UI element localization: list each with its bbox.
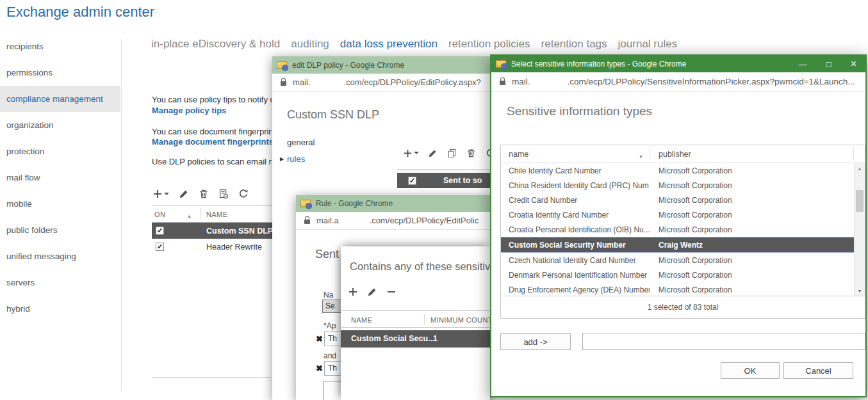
selected-types-input[interactable] (582, 333, 865, 350)
window-title: Rule - Google Chrome (316, 199, 393, 208)
nav-item-general[interactable]: general (287, 138, 315, 147)
close-button[interactable]: × (851, 58, 856, 70)
column-name[interactable]: NAME (206, 211, 227, 218)
tab-in-place-ediscovery-hold[interactable]: in-place eDiscovery & hold (151, 38, 280, 51)
table-header: ON NAME (152, 205, 272, 223)
nav-item-rules[interactable]: rules (287, 154, 305, 164)
scrollbar-thumb[interactable] (856, 190, 864, 212)
list-item[interactable]: China Resident Identity Card (PRC) Num..… (501, 178, 865, 193)
type-name: Custom Social Security Number (501, 241, 650, 250)
url-bar[interactable]: mail. .com/ecp/DLPPolicy/EditPolicy.aspx… (272, 74, 490, 92)
selected-sensitive-type-row[interactable]: Custom Social Secu... 1 (341, 330, 490, 348)
url-prefix: mail. (512, 77, 530, 86)
refresh-icon[interactable] (238, 188, 249, 200)
dlp-intro-text: Use DLP policies to scan email mess (152, 157, 272, 166)
sort-asc-icon (639, 150, 643, 159)
minimize-button[interactable]: — (799, 60, 807, 69)
scroll-down-icon[interactable] (855, 286, 865, 295)
window-titlebar[interactable]: Rule - Google Chrome (296, 195, 490, 212)
list-item[interactable]: Chile Identity Card Number Microsoft Cor… (501, 163, 865, 178)
edit-pencil-icon[interactable] (366, 286, 378, 298)
tab-data-loss-prevention[interactable]: data loss prevention (340, 38, 438, 51)
cancel-button[interactable]: Cancel (783, 362, 853, 379)
checkbox-checked[interactable] (408, 177, 416, 185)
sidebar-item-compliance-management[interactable]: compliance management (0, 86, 120, 112)
column-name[interactable]: name (509, 150, 528, 159)
add-icon[interactable] (152, 188, 170, 200)
list-item[interactable]: Drug Enforcement Agency (DEA) Number Mic… (501, 282, 865, 296)
scroll-up-icon[interactable] (855, 164, 865, 173)
sidebar-item-organization[interactable]: organization (0, 112, 120, 138)
list-item[interactable]: Credit Card Number Microsoft Corporation (501, 193, 865, 207)
tab-retention-tags[interactable]: retention tags (541, 38, 607, 51)
maximize-button[interactable]: □ (826, 60, 831, 69)
scrollbar[interactable] (854, 163, 865, 296)
url-suffix: .com/ecp/DLPPolicy/EditPolic (370, 216, 479, 225)
sidebar-item-servers[interactable]: servers (0, 269, 120, 296)
type-publisher: Microsoft Corporation (650, 256, 732, 265)
list-item[interactable]: Croatia Identity Card Number Microsoft C… (501, 207, 865, 222)
fingerprints-text: You can use document fingerprints (152, 127, 272, 136)
sidebar-item-hybrid[interactable]: hybrid (0, 296, 120, 322)
rule-row[interactable]: Sent to so (397, 173, 490, 188)
column-divider (200, 208, 201, 220)
type-publisher: Microsoft Corporation (650, 225, 732, 234)
sidebar: recipients permissions compliance manage… (0, 33, 120, 322)
window-titlebar[interactable]: Select sensitive information types - Goo… (491, 56, 865, 72)
manage-fingerprints-link[interactable]: Manage document fingerprints (152, 137, 272, 147)
dlp-policy-table: ON NAME Custom SSN DLP Header Rewrite (152, 205, 272, 255)
add-icon[interactable] (402, 147, 419, 159)
policy-template-icon[interactable] (218, 188, 229, 200)
table-row[interactable]: Header Rewrite (152, 239, 272, 255)
column-on[interactable]: ON (154, 211, 165, 218)
tab-auditing[interactable]: auditing (291, 38, 329, 51)
rule-name: Sent to so (443, 176, 482, 185)
column-minimum-count[interactable]: MINIMUM COUNT (430, 316, 493, 324)
sidebar-item-public-folders[interactable]: public folders (0, 217, 120, 243)
sidebar-item-recipients[interactable]: recipients (0, 33, 120, 60)
list-item[interactable]: Croatia Personal Identification (OIB) Nu… (501, 222, 865, 237)
remove-condition-icon[interactable]: ✖ (316, 364, 323, 373)
delete-trash-icon[interactable] (198, 188, 209, 200)
tab-retention-policies[interactable]: retention policies (448, 38, 530, 51)
list-item-selected[interactable]: Custom Social Security Number Craig Went… (501, 237, 865, 253)
table-bottom-border (152, 377, 271, 378)
copy-icon[interactable] (446, 147, 457, 159)
url-bar[interactable]: mail. .com/ecp/DLPPolicy/SensitiveInform… (491, 72, 865, 92)
url-prefix: mail.a (316, 216, 339, 225)
sidebar-item-protection[interactable]: protection (0, 138, 120, 164)
sidebar-item-unified-messaging[interactable]: unified messaging (0, 243, 120, 269)
add-icon[interactable] (347, 286, 359, 298)
remove-minus-icon[interactable] (386, 286, 397, 298)
delete-trash-icon[interactable] (465, 147, 477, 159)
checkbox-checked[interactable] (156, 243, 164, 251)
column-divider (853, 148, 854, 160)
remove-condition-icon[interactable]: ✖ (316, 334, 323, 344)
table-row[interactable]: Custom SSN DLP (152, 223, 272, 239)
tab-journal-rules[interactable]: journal rules (618, 38, 678, 51)
manage-policy-tips-link[interactable]: Manage policy tips (152, 106, 272, 115)
dialog-heading: Contains any of these sensitive (350, 260, 496, 273)
sidebar-item-mail-flow[interactable]: mail flow (0, 164, 120, 191)
column-publisher[interactable]: publisher (659, 150, 691, 159)
sidebar-item-mobile[interactable]: mobile (0, 191, 120, 217)
list-item[interactable]: Denmark Personal Identification Number M… (501, 268, 865, 282)
sidebar-item-permissions[interactable]: permissions (0, 60, 120, 86)
window-title: Select sensitive information types - Goo… (511, 60, 686, 68)
window-titlebar[interactable]: edit DLP policy - Google Chrome (272, 56, 490, 74)
url-bar[interactable]: mail.a .com/ecp/DLPPolicy/EditPolic (296, 212, 490, 230)
list-item[interactable]: Czech National Identity Card Number Micr… (501, 253, 865, 268)
sensitive-types-list: Chile Identity Card Number Microsoft Cor… (501, 163, 865, 296)
add-button[interactable]: add -> (500, 333, 571, 350)
type-publisher: Craig Wentz (650, 241, 703, 250)
column-name[interactable]: NAME (351, 316, 372, 324)
edit-pencil-icon[interactable] (178, 188, 190, 200)
type-name: Custom Social Secu... (351, 334, 435, 343)
type-publisher: Microsoft Corporation (650, 181, 732, 190)
ok-button[interactable]: OK (721, 362, 780, 379)
checkbox-checked[interactable] (156, 227, 164, 235)
apply-rule-label: *Ap (323, 321, 336, 330)
edit-pencil-icon[interactable] (427, 147, 438, 159)
sensitive-types-table: name publisher Chile Identity Card Numbe… (500, 145, 865, 319)
redacted-domain (530, 79, 568, 85)
